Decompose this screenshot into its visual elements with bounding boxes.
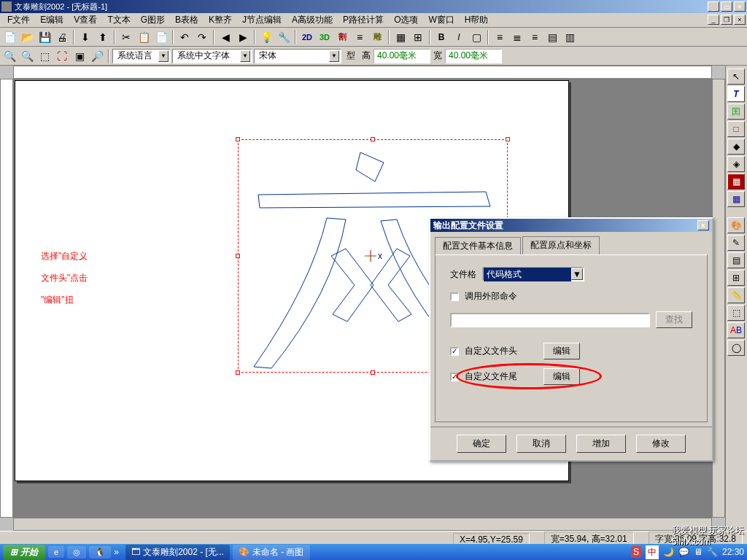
zoom-page-icon[interactable]: ▣: [71, 48, 88, 64]
mode-2d[interactable]: 2D: [299, 29, 315, 45]
menu-path[interactable]: P路径计算: [338, 12, 388, 28]
language-dropdown[interactable]: 系统语言 ▼: [112, 49, 171, 63]
save-icon[interactable]: 💾: [36, 29, 53, 45]
grid-icon[interactable]: ▦: [392, 29, 409, 45]
find-button[interactable]: 查找: [656, 311, 692, 328]
system-tray[interactable]: S 中 🌙 💬 🖥 🔧 22:30: [631, 545, 744, 559]
table-tool-icon[interactable]: ▦: [727, 191, 745, 207]
font-name-dropdown[interactable]: 宋体 ▼: [254, 49, 341, 63]
cut-icon[interactable]: ✂: [118, 29, 134, 45]
align-left-icon[interactable]: ≡: [492, 29, 508, 45]
menu-view[interactable]: V查看: [69, 12, 101, 28]
tool-icon[interactable]: 🔧: [276, 29, 292, 45]
height-input[interactable]: [374, 49, 430, 63]
menu-file[interactable]: F文件: [3, 12, 34, 28]
arrow-tool-icon[interactable]: ↖: [727, 69, 745, 85]
maximize-button[interactable]: ▭: [721, 1, 732, 12]
menu-table[interactable]: B表格: [171, 12, 203, 28]
edit-header-button[interactable]: 编辑: [543, 343, 580, 359]
stroke-icon[interactable]: ✎: [727, 235, 745, 251]
open-icon[interactable]: 📂: [19, 29, 35, 45]
minimize-button[interactable]: _: [708, 1, 719, 12]
measure-icon[interactable]: 📏: [727, 287, 745, 303]
copy-icon[interactable]: 📋: [136, 29, 152, 45]
close-button[interactable]: ×: [734, 1, 746, 12]
mdi-close[interactable]: ×: [734, 15, 746, 25]
align-center-icon[interactable]: ≣: [509, 29, 525, 45]
ok-button[interactable]: 确定: [457, 435, 506, 453]
zoom-in-icon[interactable]: 🔍: [1, 48, 18, 64]
scrollbar-vertical[interactable]: [712, 79, 725, 518]
guides-icon[interactable]: ⊞: [410, 29, 426, 45]
menu-graphic[interactable]: G图形: [136, 12, 169, 28]
menu-options[interactable]: O选项: [390, 12, 422, 28]
mode-3d[interactable]: 3D: [317, 29, 333, 45]
rect-tool-icon[interactable]: □: [727, 121, 745, 137]
dialog-close-button[interactable]: ×: [697, 220, 709, 230]
external-command-input[interactable]: [450, 313, 650, 327]
menu-help[interactable]: H帮助: [460, 12, 493, 28]
ab-tool-icon[interactable]: AB: [727, 322, 745, 338]
mdi-restore[interactable]: ❐: [721, 15, 732, 25]
tray-icon[interactable]: 💬: [678, 547, 689, 557]
menu-align[interactable]: K整齐: [204, 12, 236, 28]
menu-node[interactable]: J节点编辑: [238, 12, 286, 28]
fill-tool-icon[interactable]: ▦: [727, 174, 745, 190]
zoom-out-icon[interactable]: 🔍: [19, 48, 35, 64]
import-icon[interactable]: ⬇: [77, 29, 93, 45]
type-button[interactable]: 型: [343, 48, 359, 64]
circle-tool-icon[interactable]: ◯: [727, 340, 745, 356]
undo-icon[interactable]: ↶: [177, 29, 193, 45]
custom-header-checkbox[interactable]: ✓: [450, 347, 459, 356]
paste-icon[interactable]: 📄: [153, 29, 169, 45]
modify-button[interactable]: 修改: [636, 435, 686, 453]
mode-engrave[interactable]: 雕: [369, 29, 385, 45]
zoom-fit-icon[interactable]: ⛶: [54, 48, 70, 64]
menu-edit[interactable]: E编辑: [36, 12, 68, 28]
task-wentai[interactable]: 🗔 文泰雕刻2002 - [无...: [125, 545, 230, 560]
menu-window[interactable]: W窗口: [424, 12, 458, 28]
task-paint[interactable]: 🎨 未命名 - 画图: [233, 545, 310, 560]
quicklaunch-app-icon[interactable]: ◎: [67, 546, 86, 559]
tab-origin-coords[interactable]: 配置原点和坐标: [522, 236, 600, 254]
misc-tool-icon[interactable]: ⬚: [727, 305, 745, 321]
layer-icon[interactable]: ▤: [727, 252, 745, 268]
align-just-icon[interactable]: ▤: [544, 29, 560, 45]
next-icon[interactable]: ▶: [235, 29, 251, 45]
font-family-dropdown[interactable]: 系统中文字体 ▼: [172, 49, 252, 63]
export-icon[interactable]: ⬆: [95, 29, 111, 45]
scrollbar-horizontal[interactable]: [13, 518, 712, 531]
add-button[interactable]: 增加: [576, 435, 626, 453]
zoom-sel-icon[interactable]: 🔎: [89, 48, 105, 64]
shape-tool-icon[interactable]: ◆: [727, 139, 745, 155]
file-format-dropdown[interactable]: 代码格式 ▼: [482, 267, 584, 281]
italic-icon[interactable]: I: [451, 29, 467, 45]
zoom-region-icon[interactable]: ⬚: [36, 48, 53, 64]
menu-text[interactable]: T文本: [103, 12, 134, 28]
menu-advanced[interactable]: A高级功能: [287, 12, 337, 28]
outline-icon[interactable]: ▢: [468, 29, 484, 45]
call-external-checkbox[interactable]: [450, 292, 459, 301]
tab-basic-info[interactable]: 配置文件基本信息: [435, 237, 521, 255]
new-icon[interactable]: 📄: [1, 29, 18, 45]
text2-tool-icon[interactable]: 囯: [727, 104, 745, 120]
align-right-icon[interactable]: ≡: [527, 29, 543, 45]
tray-icon[interactable]: 🌙: [663, 547, 674, 557]
redo-icon[interactable]: ↷: [194, 29, 210, 45]
cancel-button[interactable]: 取消: [516, 435, 566, 453]
shape2-tool-icon[interactable]: ◈: [727, 156, 745, 172]
bulb-icon[interactable]: 💡: [258, 29, 274, 45]
tray-icon[interactable]: 🖥: [694, 547, 703, 557]
mode-cut[interactable]: 割: [334, 29, 350, 45]
start-button[interactable]: ⊞ 开始: [3, 545, 45, 560]
palette-icon[interactable]: 🎨: [727, 217, 745, 233]
print-icon[interactable]: 🖨: [54, 29, 70, 45]
quicklaunch-qq-icon[interactable]: 🐧: [89, 546, 111, 559]
bold-icon[interactable]: B: [433, 29, 449, 45]
prev-icon[interactable]: ◀: [217, 29, 233, 45]
tray-icon[interactable]: 🔧: [707, 547, 718, 557]
mdi-minimize[interactable]: _: [708, 15, 719, 25]
mode-stroke-icon[interactable]: ≡: [352, 29, 368, 45]
text-tool-icon[interactable]: T: [727, 86, 745, 102]
quicklaunch-ie-icon[interactable]: e: [48, 546, 64, 558]
